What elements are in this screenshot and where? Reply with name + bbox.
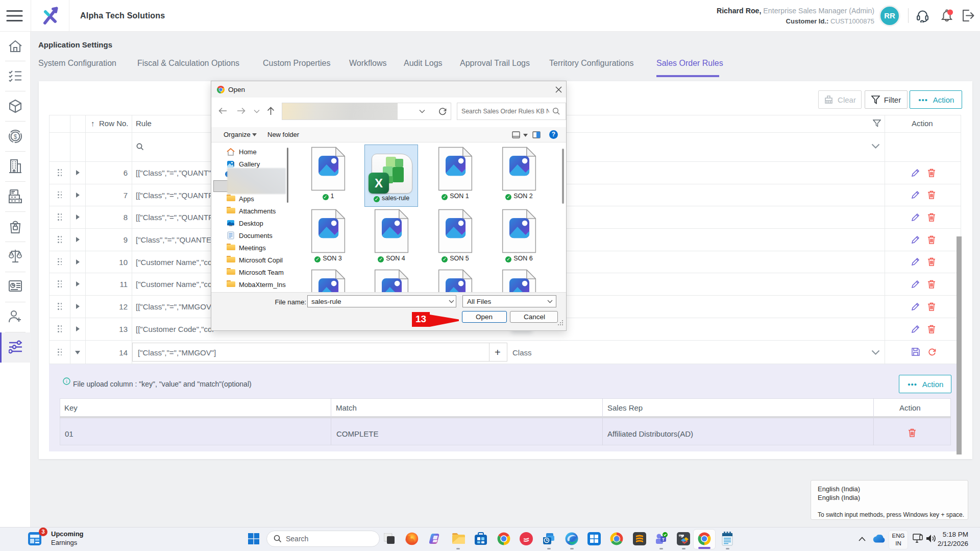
svg-text:C: C xyxy=(18,251,21,256)
svg-text:T: T xyxy=(662,537,665,542)
svg-text:D: D xyxy=(9,251,13,256)
svg-text:i: i xyxy=(66,379,67,384)
svg-text:$: $ xyxy=(14,133,17,140)
